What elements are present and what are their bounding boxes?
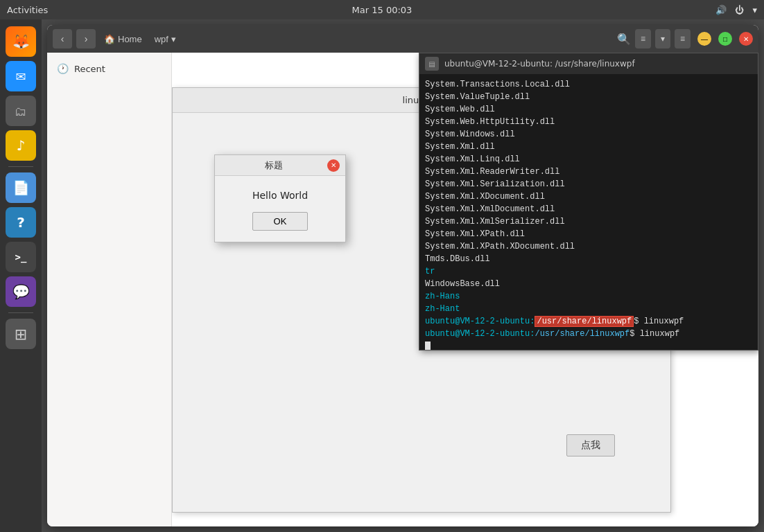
wpf-click-button[interactable]: 点我 xyxy=(566,434,615,456)
term-line: System.Xml.Linq.dll xyxy=(425,153,752,166)
term-line: System.Xml.Serialization.dll xyxy=(425,178,752,190)
term-line: System.Xml.XPath.dll xyxy=(425,228,752,240)
terminal-window: ▤ ubuntu@VM-12-2-ubuntu: /usr/share/linu… xyxy=(419,53,758,351)
dock-item-music[interactable]: ♪ xyxy=(6,130,36,161)
topbar: Activities Mar 15 00:03 🔊 ⏻ ▾ xyxy=(0,0,764,19)
fm-breadcrumb-button[interactable]: wpf ▾ xyxy=(150,33,180,46)
dialog-title-label: 标题 xyxy=(220,159,327,172)
dialog-window: 标题 ✕ Hello World OK xyxy=(214,154,346,242)
fm-sidebar: 🕐 Recent xyxy=(47,53,172,526)
dialog-message: Hello World xyxy=(252,190,308,201)
dialog-close-button[interactable]: ✕ xyxy=(327,159,340,172)
dock-item-files[interactable]: 🗂 xyxy=(6,96,36,126)
desktop: ‹ › 🏠 Home wpf ▾ 🔍 ≡ ▾ ≡ — □ ✕ 🕐 xyxy=(42,19,764,532)
fm-breadcrumb-dropdown-icon: ▾ xyxy=(171,34,176,44)
dock-item-chat[interactable]: 💬 xyxy=(6,276,36,307)
topbar-right: 🔊 ⏻ ▾ xyxy=(715,5,757,15)
term-prompt-line2: ubuntu@VM-12-2-ubuntu:/usr/share/linuxwp… xyxy=(425,328,752,340)
term-prompt-path2: /usr/share/linuxwpf xyxy=(535,329,630,339)
dock-item-grid[interactable]: ⊞ xyxy=(6,319,36,349)
fm-back-button[interactable]: ‹ xyxy=(53,29,72,48)
terminal-titlebar: ▤ ubuntu@VM-12-2-ubuntu: /usr/share/linu… xyxy=(419,53,758,74)
dock-separator xyxy=(8,166,33,167)
term-line: System.Xml.XmlSerializer.dll xyxy=(425,215,752,228)
term-prompt-cmd: $ linuxwpf xyxy=(634,317,684,326)
term-prompt-line: ubuntu@VM-12-2-ubuntu:/usr/share/linuxwp… xyxy=(425,315,752,328)
activities-label[interactable]: Activities xyxy=(7,5,48,15)
file-manager-window: ‹ › 🏠 Home wpf ▾ 🔍 ≡ ▾ ≡ — □ ✕ 🕐 xyxy=(47,25,758,526)
fm-view-list-button[interactable]: ≡ xyxy=(635,29,651,48)
fm-body: 🕐 Recent linuxwpf 标 xyxy=(47,53,758,526)
term-line: System.Xml.ReaderWriter.dll xyxy=(425,166,752,178)
fm-sidebar-recent[interactable]: 🕐 Recent xyxy=(47,60,171,78)
term-line: System.ValueTuple.dll xyxy=(425,91,752,103)
fm-content: linuxwpf 标题 ✕ Hello World OK xyxy=(172,53,758,526)
dialog-ok-button[interactable]: OK xyxy=(252,212,309,231)
dialog-titlebar: 标题 ✕ xyxy=(215,155,345,176)
term-prompt-user2: ubuntu@VM-12-2-ubuntu: xyxy=(425,329,535,339)
term-line-zh-hant: zh-Hant xyxy=(425,303,752,315)
term-line: System.Windows.dll xyxy=(425,128,752,141)
fm-maximize-button[interactable]: □ xyxy=(718,32,732,46)
dock-item-mail[interactable]: ✉ xyxy=(6,61,36,91)
term-line: System.Web.dll xyxy=(425,103,752,116)
topbar-left: Activities xyxy=(7,5,48,15)
fm-minimize-button[interactable]: — xyxy=(697,32,711,46)
fm-sidebar-recent-label: Recent xyxy=(74,64,105,74)
dock-item-docs[interactable]: 📄 xyxy=(6,172,36,203)
fm-home-icon: 🏠 xyxy=(104,34,115,44)
fm-close-button[interactable]: ✕ xyxy=(739,32,753,46)
term-line: WindowsBase.dll xyxy=(425,278,752,290)
dock-separator2 xyxy=(8,312,33,313)
recent-icon: 🕐 xyxy=(57,63,69,74)
fm-view-dropdown-button[interactable]: ▾ xyxy=(655,29,670,48)
terminal-content[interactable]: System.Transactions.Local.dll System.Val… xyxy=(419,74,758,350)
fm-home-label: Home xyxy=(118,34,142,44)
datetime-label: Mar 15 00:03 xyxy=(352,5,413,15)
term-line: System.Xml.dll xyxy=(425,141,752,153)
fm-breadcrumb-label: wpf xyxy=(155,34,168,44)
term-prompt-path: /usr/share/linuxwpf xyxy=(535,316,634,327)
term-line: System.Web.HttpUtility.dll xyxy=(425,116,752,128)
term-line: System.Xml.XDocument.dll xyxy=(425,190,752,203)
term-prompt-cmd2: $ linuxwpf xyxy=(630,329,679,339)
term-line: Tmds.DBus.dll xyxy=(425,253,752,265)
term-cursor-line xyxy=(425,340,752,350)
power-icon[interactable]: ⏻ xyxy=(735,5,744,15)
fm-view-more-button[interactable]: ≡ xyxy=(675,29,691,48)
term-line: System.Xml.XPath.XDocument.dll xyxy=(425,240,752,253)
terminal-icon: ▤ xyxy=(425,57,439,71)
dock-item-firefox[interactable]: 🦊 xyxy=(6,26,36,57)
dialog-body: Hello World OK xyxy=(215,176,345,242)
fm-search-button[interactable]: 🔍 xyxy=(617,33,631,46)
term-line: System.Xml.XmlDocument.dll xyxy=(425,203,752,215)
term-line-tr: tr xyxy=(425,265,752,278)
term-line-zh-hans: zh-Hans xyxy=(425,290,752,303)
fm-home-button[interactable]: 🏠 Home xyxy=(100,33,146,46)
topbar-center: Mar 15 00:03 xyxy=(352,5,413,15)
sound-icon[interactable]: 🔊 xyxy=(715,5,727,15)
term-prompt-user: ubuntu@VM-12-2-ubuntu: xyxy=(425,317,535,326)
fm-forward-button[interactable]: › xyxy=(76,29,96,48)
dock: 🦊 ✉ 🗂 ♪ 📄 ? >_ 💬 ⊞ xyxy=(0,19,42,532)
terminal-title: ubuntu@VM-12-2-ubuntu: /usr/share/linuxw… xyxy=(444,59,635,69)
menu-icon[interactable]: ▾ xyxy=(752,5,757,15)
term-line: System.Transactions.Local.dll xyxy=(425,78,752,91)
term-cursor xyxy=(425,342,431,350)
fm-titlebar: ‹ › 🏠 Home wpf ▾ 🔍 ≡ ▾ ≡ — □ ✕ xyxy=(47,25,758,53)
dock-item-help[interactable]: ? xyxy=(6,207,36,238)
dock-item-terminal[interactable]: >_ xyxy=(6,242,36,272)
